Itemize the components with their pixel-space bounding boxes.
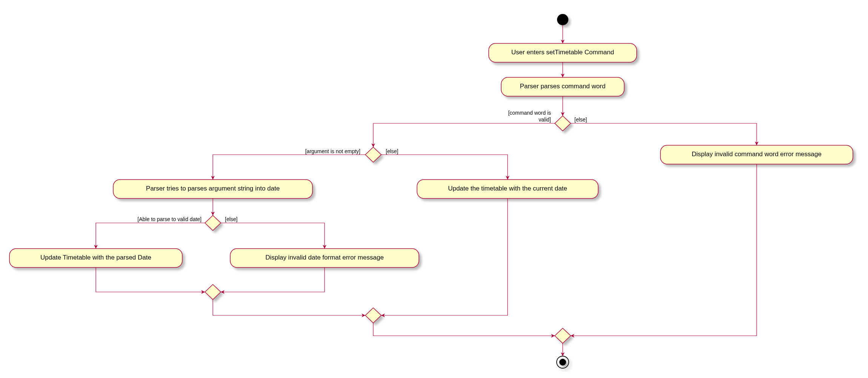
svg-marker-8 (205, 215, 221, 230)
node-label: Display invalid command word error messa… (692, 151, 822, 158)
svg-point-15 (559, 359, 566, 366)
edge (213, 155, 365, 180)
node-user-enters-command: User enters setTimetable Command (489, 43, 637, 62)
merge-argument-branch (365, 308, 381, 323)
node-parse-argument: Parser tries to parses argument string i… (113, 180, 312, 198)
node-label: Parser parses command word (520, 83, 606, 90)
svg-point-0 (557, 14, 568, 25)
edge (221, 267, 325, 292)
decision-argument-empty (365, 147, 381, 162)
node-label: User enters setTimetable Command (511, 49, 614, 56)
merge-command-branch (555, 328, 571, 343)
activity-diagram: User enters setTimetable Command Parser … (0, 0, 868, 378)
node-parser-parses-command-word: Parser parses command word (501, 77, 624, 96)
edge (373, 323, 555, 336)
svg-marker-4 (365, 147, 381, 162)
node-update-current-date: Update the timetable with the current da… (417, 180, 598, 198)
edge (221, 223, 325, 249)
edge-label: valid] (539, 117, 551, 123)
node-invalid-command-word: Display invalid command word error messa… (660, 145, 853, 164)
node-label: Display invalid date format error messag… (265, 254, 384, 261)
svg-marker-3 (555, 116, 571, 131)
node-label: Update Timetable with the parsed Date (40, 254, 151, 261)
edge (571, 123, 757, 145)
edge (373, 123, 555, 147)
decision-able-to-parse (205, 215, 221, 230)
edge (96, 223, 205, 249)
svg-marker-12 (365, 308, 381, 323)
svg-marker-11 (205, 284, 221, 300)
edge-label: [argument is not empty] (305, 148, 360, 154)
decision-command-word-valid (555, 116, 571, 131)
edge-label: [command word is (508, 110, 551, 116)
svg-marker-13 (555, 328, 571, 343)
edge (96, 267, 205, 292)
edge-label: [else] (574, 117, 587, 123)
edge-label: [Able to parse to valid date] (137, 216, 202, 222)
node-label: Update the timetable with the current da… (448, 185, 567, 192)
final-node (557, 356, 569, 368)
start-node (557, 14, 568, 25)
edge-label: [else] (386, 148, 398, 154)
node-update-parsed-date: Update Timetable with the parsed Date (9, 249, 182, 267)
node-label: Parser tries to parses argument string i… (146, 185, 280, 192)
edge-label: [else] (225, 216, 237, 222)
edge (213, 300, 365, 315)
edge (571, 164, 757, 336)
edge (381, 155, 508, 180)
node-invalid-date-format: Display invalid date format error messag… (230, 249, 419, 267)
merge-parse-branch (205, 284, 221, 300)
